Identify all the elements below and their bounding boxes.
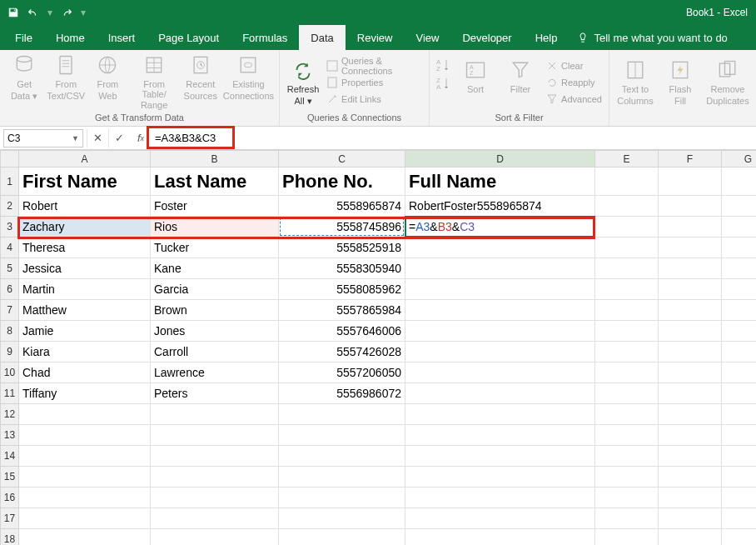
properties-item[interactable]: Properties [325,75,424,90]
col-header-g[interactable]: G [722,151,757,168]
flash-fill-button[interactable]: FlashFill [659,57,701,106]
cell[interactable] [659,529,722,546]
cell-b11[interactable]: Peters [151,383,279,404]
cell[interactable] [595,300,659,321]
row-header[interactable]: 9 [1,342,19,362]
cell[interactable] [722,529,757,546]
get-data-button[interactable]: GetData ▾ [5,52,43,101]
cell[interactable] [151,467,279,488]
cell-d6[interactable] [405,279,595,300]
row-header[interactable]: 10 [1,362,19,383]
cell[interactable] [19,425,151,446]
row-header[interactable]: 6 [1,279,19,300]
undo-icon[interactable] [27,6,40,19]
tab-developer[interactable]: Developer [450,25,523,50]
cell-a6[interactable]: Martin [19,279,151,300]
name-box[interactable]: C3 ▼ [3,129,83,148]
remove-duplicates-button[interactable]: RemoveDuplicates [704,57,751,106]
cell-c1[interactable]: Phone No. [279,168,405,196]
cell[interactable] [151,404,279,425]
cell[interactable] [722,217,757,238]
refresh-all-button[interactable]: RefreshAll ▾ [285,57,321,106]
cell[interactable] [659,258,722,279]
cell[interactable] [659,238,722,258]
cell-a11[interactable]: Tiffany [19,383,151,404]
cell[interactable] [19,404,151,425]
cell[interactable] [595,488,659,508]
cell[interactable] [595,425,659,446]
cell-b7[interactable]: Brown [151,300,279,321]
row-header[interactable]: 1 [1,168,19,196]
sort-asc-icon[interactable]: AZ [435,57,451,73]
cell[interactable] [659,196,722,217]
tab-formulas[interactable]: Formulas [231,25,299,50]
cell[interactable] [722,404,757,425]
tab-help[interactable]: Help [524,25,569,50]
cell-a5[interactable]: Jessica [19,258,151,279]
cell[interactable] [659,467,722,488]
sort-button[interactable]: AZ Sort [455,57,496,95]
select-all-corner[interactable] [1,151,19,168]
cell[interactable] [595,383,659,404]
from-textcsv-button[interactable]: FromText/CSV [47,52,85,101]
cell-d10[interactable] [405,362,595,383]
cell[interactable] [405,404,595,425]
row-header[interactable]: 7 [1,300,19,321]
cell[interactable] [722,362,757,383]
queries-connections-item[interactable]: Queries & Connections [325,58,424,73]
row-header[interactable]: 16 [1,488,19,508]
tab-insert[interactable]: Insert [97,25,147,50]
cell[interactable] [595,404,659,425]
cell[interactable] [405,529,595,546]
cell-a2[interactable]: Robert [19,196,151,217]
cell[interactable] [722,258,757,279]
cell[interactable] [722,488,757,508]
cell[interactable] [659,446,722,467]
cell-d3[interactable]: =A3&B3&C3 [405,217,595,238]
cell[interactable] [279,404,405,425]
cell-b6[interactable]: Garcia [151,279,279,300]
cell[interactable] [151,508,279,529]
cell-b10[interactable]: Lawrence [151,362,279,383]
cell-a7[interactable]: Matthew [19,300,151,321]
tell-me-search[interactable]: Tell me what you want to do [569,25,727,50]
cell[interactable] [279,529,405,546]
col-header-f[interactable]: F [659,151,722,168]
cell[interactable] [659,321,722,342]
cell[interactable] [722,467,757,488]
col-header-a[interactable]: A [19,151,151,168]
cell[interactable] [659,383,722,404]
cell[interactable] [279,446,405,467]
cell[interactable] [595,508,659,529]
cell[interactable] [151,529,279,546]
cell-a1[interactable]: First Name [19,168,151,196]
cell-c6[interactable]: 5558085962 [279,279,405,300]
cell[interactable] [405,488,595,508]
cell[interactable] [595,321,659,342]
cell[interactable] [722,425,757,446]
enter-formula-button[interactable]: ✓ [108,129,130,148]
cell-d7[interactable] [405,300,595,321]
cell[interactable] [595,217,659,238]
col-header-b[interactable]: B [151,151,279,168]
cell-b1[interactable]: Last Name [151,168,279,196]
cell[interactable] [659,508,722,529]
cell-d4[interactable] [405,238,595,258]
tab-page-layout[interactable]: Page Layout [147,25,231,50]
redo-icon[interactable] [60,6,73,19]
cell[interactable] [722,321,757,342]
tab-data[interactable]: Data [299,25,345,50]
row-header[interactable]: 2 [1,196,19,217]
cell[interactable] [279,425,405,446]
cell[interactable] [659,362,722,383]
cell-d1[interactable]: Full Name [405,168,595,196]
cell[interactable] [19,529,151,546]
cell-b3[interactable]: Rios [151,217,279,238]
cell[interactable] [595,196,659,217]
cell[interactable] [659,217,722,238]
cell-c11[interactable]: 5556986072 [279,383,405,404]
cell[interactable] [722,238,757,258]
cell-c2[interactable]: 5558965874 [279,196,405,217]
sort-desc-icon[interactable]: ZA [435,75,451,92]
cell-d9[interactable] [405,342,595,362]
